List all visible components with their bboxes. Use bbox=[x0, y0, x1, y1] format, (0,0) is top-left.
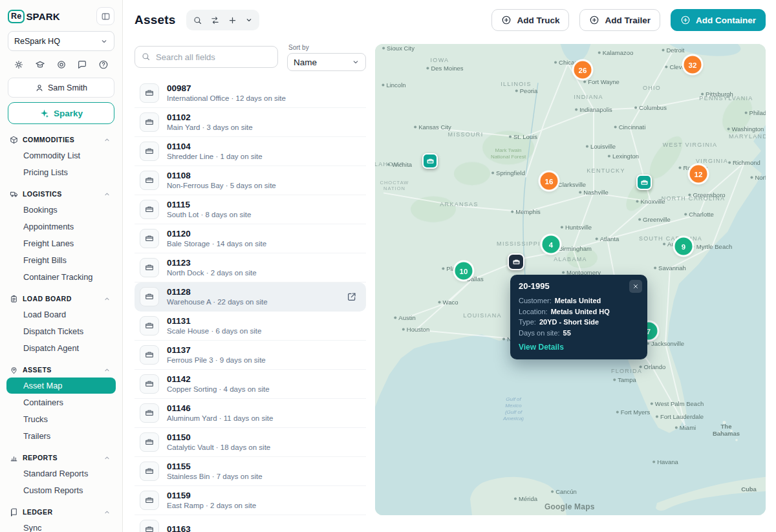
nav-section-load-board[interactable]: LOAD BOARD bbox=[6, 291, 116, 306]
container-icon bbox=[140, 432, 159, 452]
sidebar-item-custom-reports[interactable]: Custom Reports bbox=[6, 482, 116, 498]
cluster-marker-32[interactable]: 32 bbox=[684, 56, 702, 74]
sidebar-item-load-board[interactable]: Load Board bbox=[6, 306, 116, 323]
external-link-icon[interactable] bbox=[347, 292, 357, 302]
asset-id: 00987 bbox=[167, 83, 286, 94]
sidebar-item-container-tracking[interactable]: Container Tracking bbox=[6, 269, 116, 285]
chevron-up-icon bbox=[103, 191, 111, 198]
container-icon bbox=[140, 83, 159, 103]
asset-row-01137[interactable]: 01137Ferrous Pile 3 · 9 days on site bbox=[135, 341, 366, 370]
asset-row-01159[interactable]: 01159East Ramp · 2 days on site bbox=[135, 486, 366, 515]
collapse-sidebar-button[interactable] bbox=[96, 7, 114, 25]
view-details-link[interactable]: View Details bbox=[519, 343, 639, 352]
sidebar-item-freight-bills[interactable]: Freight Bills bbox=[6, 252, 116, 268]
asset-row-01128[interactable]: 01128Warehouse A · 22 days on site bbox=[135, 282, 366, 312]
cluster-marker-16[interactable]: 16 bbox=[541, 173, 558, 190]
sidebar-item-asset-map[interactable]: Asset Map bbox=[6, 378, 116, 394]
asset-id: 01131 bbox=[167, 316, 261, 326]
help-button[interactable] bbox=[96, 57, 111, 72]
asset-subtitle: Scale House · 6 days on site bbox=[167, 326, 261, 335]
sidebar-item-sync[interactable]: Sync bbox=[6, 520, 116, 532]
nav-section-commodities[interactable]: COMMODITIES bbox=[6, 132, 116, 147]
cluster-marker-12[interactable]: 12 bbox=[690, 165, 707, 183]
sidebar: Re SPARK ReSpark HQ Sam Smith Sparky COM… bbox=[0, 0, 123, 532]
chevron-up-icon bbox=[103, 509, 111, 516]
sidebar-item-trailers[interactable]: Trailers bbox=[6, 428, 116, 444]
asset-row-01155[interactable]: 01155Stainless Bin · 7 days on site bbox=[135, 457, 366, 486]
cluster-marker-26[interactable]: 26 bbox=[574, 61, 592, 79]
settings-button[interactable] bbox=[11, 57, 27, 72]
user-menu-button[interactable]: Sam Smith bbox=[8, 78, 114, 98]
target-button[interactable] bbox=[54, 57, 69, 72]
asset-row-01131[interactable]: 01131Scale House · 6 days on site bbox=[135, 312, 366, 341]
org-selector-value: ReSpark HQ bbox=[14, 37, 60, 46]
sidebar-item-trucks[interactable]: Trucks bbox=[6, 411, 116, 427]
sidebar-item-pricing-lists[interactable]: Pricing Lists bbox=[6, 164, 116, 180]
asset-row-01150[interactable]: 01150Catalytic Vault · 18 days on site bbox=[135, 428, 366, 457]
asset-id: 01137 bbox=[167, 345, 266, 356]
asset-subtitle: Non-Ferrous Bay · 5 days on site bbox=[167, 181, 276, 190]
add-trailer-button[interactable]: Add Trailer bbox=[579, 9, 660, 31]
cluster-marker-9[interactable]: 9 bbox=[675, 238, 693, 255]
search-input[interactable] bbox=[135, 46, 278, 68]
container-icon bbox=[140, 142, 159, 161]
asset-row-01108[interactable]: 01108Non-Ferrous Bay · 5 days on site bbox=[135, 166, 366, 195]
plus-tool-button[interactable] bbox=[228, 16, 237, 25]
asset-row-00987[interactable]: 00987International Office · 12 days on s… bbox=[135, 79, 366, 108]
sidebar-item-standard-reports[interactable]: Standard Reports bbox=[6, 465, 116, 482]
nav-section-reports[interactable]: REPORTS bbox=[6, 450, 116, 465]
commodities-icon bbox=[10, 136, 18, 144]
transfer-tool-button[interactable] bbox=[210, 16, 220, 25]
sort-control[interactable]: Sort by Name bbox=[287, 44, 366, 71]
asset-row-01102[interactable]: 01102Main Yard · 3 days on site bbox=[135, 108, 366, 137]
sidebar-item-appointments[interactable]: Appointments bbox=[6, 218, 116, 235]
container-icon bbox=[140, 287, 159, 306]
add-truck-button[interactable]: Add Truck bbox=[491, 9, 569, 31]
asset-list: 00987International Office · 12 days on s… bbox=[135, 79, 366, 532]
asset-subtitle: Main Yard · 3 days on site bbox=[167, 123, 253, 132]
nav-section-assets[interactable]: ASSETS bbox=[6, 362, 116, 378]
chevron-down-tool-button[interactable] bbox=[245, 16, 253, 24]
asset-row-01142[interactable]: 01142Copper Sorting · 4 days on site bbox=[135, 370, 366, 399]
asset-marker[interactable] bbox=[422, 153, 438, 169]
selected-asset-marker[interactable] bbox=[508, 253, 524, 270]
education-button[interactable] bbox=[32, 57, 48, 72]
sidebar-item-bookings[interactable]: Bookings bbox=[6, 202, 116, 218]
sparky-button[interactable]: Sparky bbox=[8, 102, 114, 124]
chevron-up-icon bbox=[103, 454, 111, 462]
asset-row-01163[interactable]: 01163 bbox=[135, 515, 366, 532]
cluster-marker-4[interactable]: 4 bbox=[543, 236, 560, 253]
sidebar-item-freight-lanes[interactable]: Freight Lanes bbox=[6, 235, 116, 251]
logo-text: SPARK bbox=[26, 11, 59, 22]
circle-plus-icon bbox=[501, 15, 512, 25]
chat-button[interactable] bbox=[74, 57, 90, 72]
chevron-up-icon bbox=[103, 295, 111, 303]
sidebar-item-dispatch-tickets[interactable]: Dispatch Tickets bbox=[6, 323, 116, 339]
asset-marker[interactable] bbox=[636, 175, 652, 190]
asset-row-01120[interactable]: 01120Bale Storage · 14 days on site bbox=[135, 224, 366, 253]
cluster-marker-10[interactable]: 10 bbox=[455, 262, 473, 280]
asset-id: 01104 bbox=[167, 142, 263, 152]
popup-close-button[interactable] bbox=[629, 280, 642, 293]
sidebar-item-containers[interactable]: Containers bbox=[6, 394, 116, 410]
org-selector[interactable]: ReSpark HQ bbox=[8, 31, 114, 51]
search-tool-button[interactable] bbox=[193, 16, 202, 25]
map-panel[interactable]: 20-1995 Customer:Metals UnitedLocation:M… bbox=[375, 44, 766, 515]
sidebar-item-commodity-list[interactable]: Commodity List bbox=[6, 147, 116, 164]
chat-icon bbox=[77, 59, 87, 70]
container-icon bbox=[140, 374, 159, 394]
asset-row-01123[interactable]: 01123North Dock · 2 days on site bbox=[135, 253, 366, 282]
popup-title: 20-1995 bbox=[519, 281, 639, 291]
asset-row-01115[interactable]: 01115South Lot · 8 days on site bbox=[135, 195, 366, 224]
asset-row-01146[interactable]: 01146Aluminum Yard · 11 days on site bbox=[135, 399, 366, 428]
sidebar-item-dispatch-agent[interactable]: Dispatch Agent bbox=[6, 340, 116, 356]
asset-id: 01142 bbox=[167, 374, 270, 385]
add-container-button[interactable]: Add Container bbox=[671, 9, 766, 31]
nav-section-logistics[interactable]: LOGISTICS bbox=[6, 186, 116, 202]
person-icon bbox=[35, 83, 44, 92]
user-name: Sam Smith bbox=[48, 83, 87, 92]
chevron-up-icon bbox=[103, 136, 111, 144]
nav-section-ledger[interactable]: LEDGER bbox=[6, 504, 116, 520]
asset-row-01104[interactable]: 01104Shredder Line · 1 day on site bbox=[135, 137, 366, 166]
asset-id: 01102 bbox=[167, 112, 253, 123]
